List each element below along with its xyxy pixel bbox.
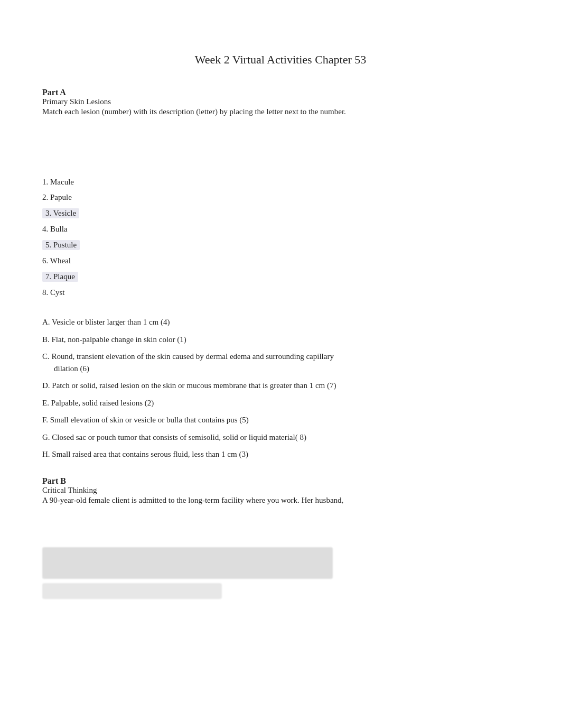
- desc-c: C. Round, transient elevation of the ski…: [42, 351, 519, 374]
- list-item: 3. Vesicle: [42, 205, 519, 222]
- part-b-label: Part B: [42, 476, 519, 486]
- desc-h: H. Small raised area that contains serou…: [42, 448, 519, 460]
- lesion-4-text: 4. Bulla: [42, 225, 68, 234]
- part-a-label: Part A: [42, 88, 519, 97]
- desc-e: E. Palpable, solid raised lesions (2): [42, 397, 519, 409]
- lesion-3-text: 3. Vesicle: [42, 208, 79, 218]
- desc-c-text: C. Round, transient elevation of the ski…: [42, 351, 334, 374]
- description-list: A. Vesicle or blister larger than 1 cm (…: [42, 316, 519, 460]
- lesion-list: 1. Macule 2. Papule 3. Vesicle 4. Bulla …: [42, 174, 519, 300]
- lesion-7-text: 7. Plaque: [42, 272, 78, 282]
- lesion-6-text: 6. Wheal: [42, 256, 71, 265]
- list-item: 6. Wheal: [42, 253, 519, 269]
- part-b-section: Part B Critical Thinking A 90-year-old f…: [42, 476, 519, 505]
- desc-b-text: B. Flat, non-palpable change in skin col…: [42, 334, 186, 346]
- list-item: 2. Papule: [42, 190, 519, 205]
- part-b-subtitle: Critical Thinking: [42, 486, 519, 495]
- desc-a-text: A. Vesicle or blister larger than 1 cm (…: [42, 316, 170, 328]
- lesion-5-text: 5. Pustule: [42, 240, 80, 250]
- part-a-header: Part A Primary Skin Lesions Match each l…: [42, 88, 519, 116]
- desc-g-text: G. Closed sac or pouch tumor that consis…: [42, 431, 306, 444]
- page-title: Week 2 Virtual Activities Chapter 53: [42, 53, 519, 67]
- part-a-subtitle: Primary Skin Lesions: [42, 97, 519, 106]
- part-a-instruction: Match each lesion (number) with its desc…: [42, 107, 519, 116]
- empty-space: [42, 127, 519, 169]
- desc-a: A. Vesicle or blister larger than 1 cm (…: [42, 316, 519, 328]
- list-item: 1. Macule: [42, 174, 519, 190]
- list-item: 4. Bulla: [42, 222, 519, 237]
- desc-c-text-continued: dilation (6): [54, 364, 89, 373]
- desc-d: D. Patch or solid, raised lesion on the …: [42, 380, 519, 392]
- blurred-text-2: [42, 583, 222, 599]
- lesion-2-text: 2. Papule: [42, 193, 72, 202]
- desc-b: B. Flat, non-palpable change in skin col…: [42, 334, 519, 346]
- lesion-1-text: 1. Macule: [42, 178, 74, 187]
- lesion-8-text: 8. Cyst: [42, 288, 65, 297]
- desc-e-text: E. Palpable, solid raised lesions (2): [42, 397, 154, 409]
- desc-g: G. Closed sac or pouch tumor that consis…: [42, 431, 519, 444]
- list-item: 8. Cyst: [42, 285, 519, 300]
- desc-f-text: F. Small elevation of skin or vesicle or…: [42, 414, 249, 426]
- desc-h-text: H. Small raised area that contains serou…: [42, 448, 248, 460]
- list-item: 5. Pustule: [42, 237, 519, 253]
- desc-f: F. Small elevation of skin or vesicle or…: [42, 414, 519, 426]
- desc-d-text: D. Patch or solid, raised lesion on the …: [42, 380, 336, 392]
- blurred-content-area: [42, 547, 519, 599]
- blurred-text-1: [42, 547, 333, 579]
- part-b-text: A 90-year-old female client is admitted …: [42, 496, 519, 505]
- list-item: 7. Plaque: [42, 269, 519, 285]
